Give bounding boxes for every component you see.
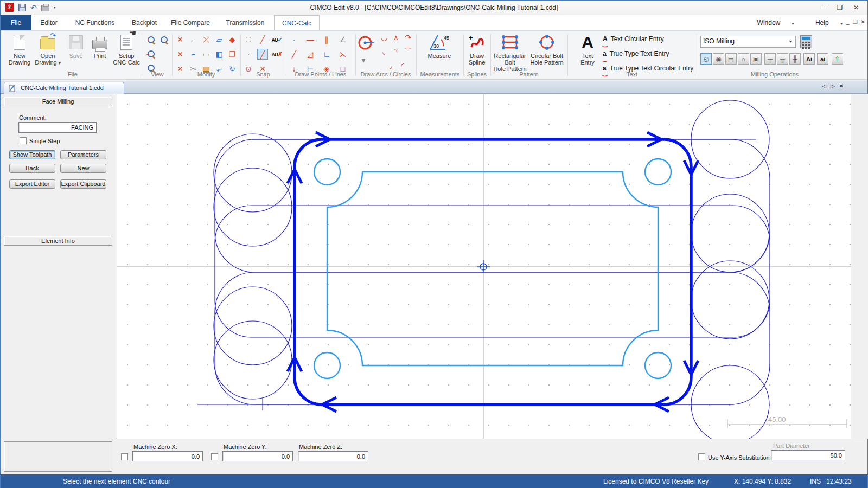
snap-auto-off-icon[interactable]: AU✗ <box>271 49 282 60</box>
arc-tangent-icon[interactable]: ⋏ <box>391 32 401 43</box>
single-step-checkbox[interactable] <box>20 137 27 144</box>
text-engrave-operation-icon[interactable]: Ai <box>803 53 815 65</box>
show-toolpath-button[interactable]: Show Toolpath <box>9 150 55 159</box>
window-menu[interactable]: Window ▾ <box>748 19 794 27</box>
combo-arrow-icon[interactable]: ▾ <box>787 37 794 46</box>
ribbon-group-splines: + DrawSpline Splines <box>465 31 489 79</box>
bore-operation-icon[interactable]: ╫ <box>789 53 801 65</box>
setup-cnc-calc-button[interactable]: SetupCNC-Calc <box>112 33 141 66</box>
text-entry-button[interactable]: A TextEntry <box>577 33 598 66</box>
open-drawing-button[interactable]: OpenDrawing ▾ <box>33 33 62 67</box>
snap-auto-on-icon[interactable]: AU✓ <box>271 34 282 45</box>
draw-perpendicular-icon[interactable]: ∟ <box>321 49 332 60</box>
profile-milling-operation-icon[interactable]: ∩ <box>738 53 749 65</box>
tab-scroll-right-icon[interactable]: ▷ <box>831 83 835 89</box>
arc-two-point-icon[interactable]: ◟ <box>379 46 390 57</box>
arcs-more-caret-icon[interactable]: ▾ <box>358 55 369 66</box>
draw-line-two-points-icon[interactable]: ╱ <box>289 49 299 60</box>
draw-circle-center-icon[interactable] <box>357 34 375 53</box>
maximize-button[interactable]: ❒ <box>832 2 848 13</box>
ribbon-minimize-icon[interactable]: _ <box>846 19 850 25</box>
zoom-window-icon[interactable] <box>158 35 169 46</box>
zoom-out-icon[interactable]: − <box>145 49 156 60</box>
draw-angle-icon[interactable]: ∠ <box>337 34 348 45</box>
help-menu[interactable]: Help ▾ <box>806 19 843 27</box>
ribbon-close-icon[interactable]: ✕ <box>861 19 865 25</box>
export-clipboard-button[interactable]: Export Clipboard <box>60 179 106 189</box>
drawing-canvas[interactable]: 45.00 <box>117 94 851 439</box>
face-milling-operation-icon-selected[interactable]: ◵ <box>700 53 712 65</box>
text-circular-entry-icon: A <box>603 35 608 43</box>
measure-button[interactable]: 45 30 Measure <box>422 33 457 59</box>
milling-preset-combobox[interactable]: ISO Milling ▾ <box>700 36 796 48</box>
close-button[interactable]: ✕ <box>848 2 864 13</box>
arc-three-point-icon[interactable]: ◡ <box>379 32 390 43</box>
use-y-axis-substitution-checkbox[interactable] <box>698 453 705 460</box>
export-nc-operation-icon[interactable]: ⇧ <box>832 53 843 65</box>
arc-fillet-icon[interactable]: ⌒ <box>403 46 413 57</box>
fillet-icon[interactable]: ⌐ <box>188 34 199 45</box>
feed-speed-calculator-icon[interactable] <box>800 35 812 48</box>
machine-zero-x-checkbox[interactable] <box>121 453 128 460</box>
part-diameter-input[interactable]: 50.0 <box>771 450 845 460</box>
zoom-in-icon[interactable]: + <box>145 35 156 46</box>
comment-input[interactable]: FACING <box>18 122 97 133</box>
tap-operation-icon[interactable]: ╥ <box>777 53 788 65</box>
arc-convex-icon[interactable]: ◜ <box>397 60 408 71</box>
mirror-icon[interactable]: ◧ <box>214 49 225 60</box>
new-drawing-button[interactable]: NewDrawing <box>7 33 32 66</box>
drill-operation-icon[interactable]: ┬ <box>764 53 776 65</box>
minimize-button[interactable]: – <box>815 2 832 13</box>
tab-transmission[interactable]: Transmission <box>219 15 272 30</box>
pocket-milling-operation-icon[interactable]: ◉ <box>713 53 724 65</box>
draw-point-icon[interactable]: · <box>289 34 299 45</box>
draw-hline-icon[interactable]: — <box>305 34 316 45</box>
trim-one-icon[interactable]: ✕ <box>175 34 186 45</box>
text-circular-entry-button[interactable]: AText Circular Entry <box>603 35 664 43</box>
machine-zero-x-label: Machine Zero X: <box>133 444 177 450</box>
machine-zero-x-input[interactable]: 0.0 <box>132 451 203 461</box>
tab-file[interactable]: File <box>1 15 31 30</box>
slot-milling-operation-icon[interactable]: ▣ <box>750 53 762 65</box>
draw-parallel-icon[interactable]: ∥ <box>321 34 332 45</box>
erase-icon[interactable]: ▭ <box>201 49 212 60</box>
copy-icon[interactable]: ❐ <box>227 49 238 60</box>
arc-sweep-icon[interactable]: ↷ <box>403 32 413 43</box>
draw-spline-button[interactable]: + DrawSpline <box>465 33 489 66</box>
circular-bolt-hole-pattern-button[interactable]: Circular BoltHole Pattern <box>530 33 564 66</box>
machine-zero-z-input[interactable]: 0.0 <box>298 451 368 461</box>
draw-triangle-icon[interactable]: ◿ <box>305 49 316 60</box>
back-button[interactable]: Back <box>9 164 55 173</box>
arc-radius-icon[interactable]: ◝ <box>391 46 401 57</box>
machine-zero-y-checkbox[interactable] <box>211 453 218 460</box>
snap-midpoint-icon-selected[interactable]: ╱ <box>257 49 268 60</box>
tab-scroll-left-icon[interactable]: ◁ <box>822 83 826 89</box>
document-tab[interactable]: CNC-Calc Milling Tutorial 1.cdd <box>4 82 124 94</box>
parameters-button[interactable]: Parameters <box>60 150 106 159</box>
print-button[interactable]: Print <box>88 33 111 59</box>
arc-concave-icon[interactable]: ◞ <box>385 60 396 71</box>
snap-point-icon[interactable]: · <box>243 49 254 60</box>
ribbon-restore-icon[interactable]: ❐ <box>853 19 858 25</box>
tab-nc-functions[interactable]: NC Functions <box>67 15 123 30</box>
truetype-engrave-operation-icon[interactable]: ai <box>817 53 828 65</box>
draw-tangent-line-icon[interactable]: ⋋ <box>337 49 348 60</box>
snap-line-icon[interactable]: ╱ <box>257 34 268 45</box>
new-button[interactable]: New <box>60 164 106 173</box>
tab-file-compare[interactable]: File Compare <box>164 15 216 30</box>
trim-two-icon[interactable]: ✕ <box>175 49 186 60</box>
snap-grid-icon[interactable]: ∷ <box>243 34 254 45</box>
chamfer-icon[interactable]: ⌐ <box>188 49 199 60</box>
contour-milling-operation-icon[interactable]: ▤ <box>725 53 737 65</box>
divide-icon[interactable]: ⤫ <box>201 34 212 45</box>
machine-zero-y-input[interactable]: 0.0 <box>222 451 293 461</box>
tab-cnc-calc[interactable]: CNC-Calc <box>274 15 320 30</box>
tab-close-icon[interactable]: ✕ <box>839 83 844 89</box>
export-editor-button[interactable]: Export Editor <box>9 179 55 189</box>
rectangular-bolt-hole-pattern-button[interactable]: Rectangular BoltHole Pattern <box>492 33 528 72</box>
tab-editor[interactable]: Editor <box>33 15 65 30</box>
edit-element-icon[interactable]: ▱ <box>214 34 225 45</box>
truetype-text-entry-button[interactable]: aTrue Type Text Entry <box>603 50 669 57</box>
tab-backplot[interactable]: Backplot <box>125 15 163 30</box>
offset-icon[interactable]: ◆ <box>227 34 238 45</box>
